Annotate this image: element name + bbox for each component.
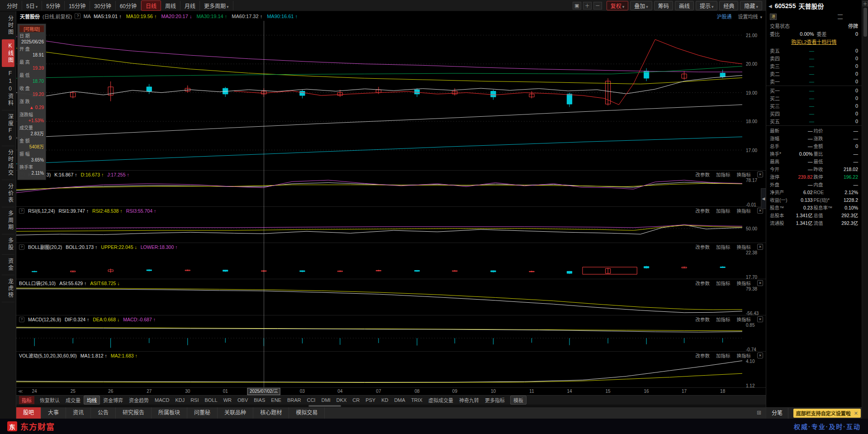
indicator-item-12[interactable]: BIAS [251,397,268,403]
tooltip-drag-handle[interactable]: [可拖动] [19,25,44,32]
indicator-item-19[interactable]: PSY [363,397,378,403]
bottom-tab-9[interactable]: 模拟交易 [289,407,325,419]
l2-upsell-link[interactable]: 购买L2查看十档行情 [766,38,862,47]
scrollbar-thumb[interactable] [308,405,341,407]
vertical-scrollbar-thumb[interactable] [863,8,867,37]
close-panel-icon[interactable]: ✕ [757,244,763,250]
period-button-6[interactable]: 日线 [141,0,161,11]
indicator-item-11[interactable]: OBV [235,397,251,403]
indicator-item-7[interactable]: KDJ [172,397,187,403]
indicator-item-0[interactable]: 指标 [19,396,34,404]
sidebar-item-2[interactable]: F10资料 [2,67,14,110]
switch-indicator-link[interactable]: 换指标 [737,280,751,286]
bottom-tab-1[interactable]: 大事 [41,407,66,419]
quote-tab-0[interactable]: 分笔 [766,408,788,419]
toolbar-button-1[interactable]: 叠加▾ [630,1,652,10]
period-button-7[interactable]: 周线 [161,1,180,10]
indicator-item-26[interactable]: 模板 [510,396,526,405]
indicator-item-10[interactable]: WR [221,397,234,403]
period-button-2[interactable]: 5分钟 [42,1,65,10]
period-button-8[interactable]: 月线 [180,1,200,10]
close-panel-icon[interactable]: ✕ [757,280,763,286]
chart-plot-boll[interactable] [16,251,742,279]
switch-indicator-link[interactable]: 换指标 [737,171,751,178]
bottom-tab-0[interactable]: 股吧 [16,407,41,419]
sidebar-item-1[interactable]: K线图 [2,39,14,67]
indicator-item-25[interactable]: 更多指标 [482,396,508,404]
chart-plot-main[interactable] [16,21,742,170]
indicator-item-15[interactable]: CCI [304,397,318,403]
switch-indicator-link[interactable]: 换指标 [737,207,751,214]
add-indicator-link[interactable]: 加指标 [716,207,730,214]
bottom-tab-4[interactable]: 研究报告 [116,407,152,419]
switch-indicator-link[interactable]: 换指标 [737,243,751,250]
bottom-tab-7[interactable]: 关联品种 [218,407,253,419]
indicator-item-22[interactable]: TRIX [408,397,425,403]
switch-indicator-link[interactable]: 换指标 [737,316,751,323]
toolbar-button-3[interactable]: 画线 [675,1,694,10]
grid-layout-icon[interactable]: ⊞ [752,407,766,419]
indicator-item-21[interactable]: DMA [391,397,408,403]
indicator-item-16[interactable]: DMI [318,397,333,403]
switch-indicator-link[interactable]: 换指标 [737,352,751,359]
help-icon[interactable]: ? [19,244,24,250]
add-indicator-link[interactable]: 加指标 [716,243,730,250]
indicator-item-20[interactable]: KD [379,397,391,403]
collapse-arrow-icon[interactable]: ◀ [768,4,772,9]
close-panel-icon[interactable]: ✕ [757,353,763,358]
edit-params-link[interactable]: 改参数 [696,207,710,214]
indicator-item-6[interactable]: MACD [152,397,172,403]
sidebar-item-4[interactable]: 分时成交 [2,146,14,180]
sidebar-item-5[interactable]: 分价表 [2,180,14,207]
indicator-item-18[interactable]: CR [350,397,362,403]
panel-layout-icon[interactable]: ▣ [573,2,581,10]
add-indicator-link[interactable]: 加指标 [716,171,730,178]
indicator-item-13[interactable]: ENE [268,397,284,403]
add-indicator-link[interactable]: 加指标 [716,280,730,286]
indicator-item-3[interactable]: 均线 [84,396,100,405]
indicator-item-24[interactable]: 神奇九转 [456,396,482,404]
panel-collapse-handle[interactable]: ◀ [761,188,766,209]
hgt-link[interactable]: 沪股通 [716,13,731,20]
edit-params-link[interactable]: 改参数 [696,243,710,250]
toolbar-button-5[interactable]: 经典 [719,1,738,10]
indicator-item-14[interactable]: BRAR [285,397,304,403]
sidebar-item-3[interactable]: 深度F9 [2,110,14,146]
sidebar-item-6[interactable]: 多周期 [2,207,14,234]
indicator-item-23[interactable]: 虚拟成交量 [426,396,456,404]
ma-settings-link[interactable]: 设置均线 ▾ [738,13,762,20]
edit-params-link[interactable]: 改参数 [696,280,710,286]
period-button-9[interactable]: 更多周期▾ [200,1,233,10]
close-panel-icon[interactable]: ✕ [757,172,763,177]
close-panel-icon[interactable]: ✕ [757,316,763,322]
edit-params-link[interactable]: 改参数 [696,171,710,178]
period-button-3[interactable]: 15分钟 [65,1,90,10]
add-indicator-link[interactable]: 加指标 [716,352,730,359]
scroll-left-icon[interactable]: ≪ [18,389,23,394]
chart-plot-asi[interactable] [16,287,742,315]
toolbar-button-2[interactable]: 筹码 [654,1,673,10]
bottom-tab-6[interactable]: 问董秘 [187,407,218,419]
period-button-4[interactable]: 30分钟 [90,1,115,10]
chart-plot-macd[interactable] [16,323,742,351]
chart-plot-vol[interactable] [16,359,742,387]
help-icon[interactable]: ? [75,13,81,19]
bottom-tab-2[interactable]: 资讯 [66,407,91,419]
toolbar-button-6[interactable]: 隐藏▾ [740,1,762,10]
indicator-item-4[interactable]: 资金博弈 [100,396,126,404]
close-icon[interactable]: ✕ [854,410,858,416]
toolbar-button-4[interactable]: 提示▾ [696,1,718,10]
toolbar-button-0[interactable]: 复权▾ [607,1,629,10]
help-icon[interactable]: ? [19,208,24,214]
period-button-5[interactable]: 60分钟 [116,1,141,10]
sidebar-item-8[interactable]: 资金 [2,255,14,275]
help-icon[interactable]: ? [19,317,24,322]
sidebar-item-7[interactable]: 多股 [2,234,14,255]
indicator-item-8[interactable]: RSI [188,397,201,403]
zoom-in-icon[interactable]: ＋ [583,2,592,10]
indicator-item-5[interactable]: 资金趋势 [126,396,152,404]
sidebar-item-0[interactable]: 分时图 [2,12,14,39]
indicator-item-1[interactable]: 恢复默认 [37,396,62,404]
edit-params-link[interactable]: 改参数 [696,352,710,359]
chart-plot-kdj[interactable] [16,178,742,206]
